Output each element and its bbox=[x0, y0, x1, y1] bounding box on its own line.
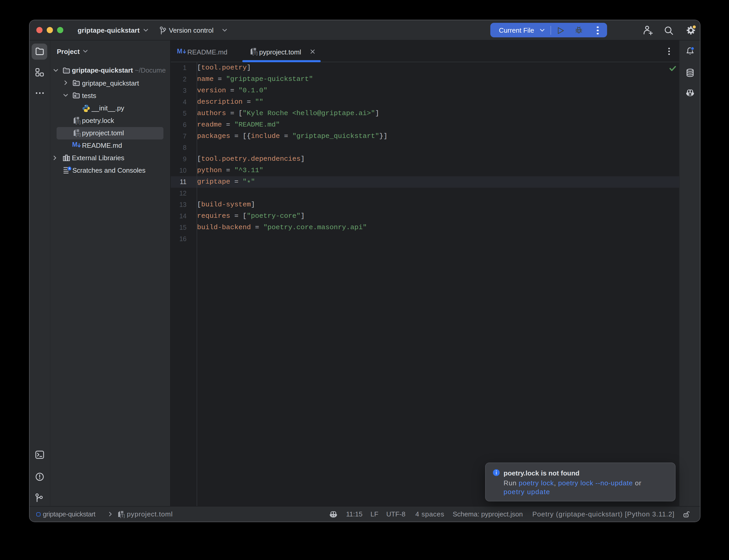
svg-text:[T]: [T] bbox=[120, 514, 124, 518]
svg-text:[T]: [T] bbox=[75, 120, 80, 124]
svg-text:[T]: [T] bbox=[252, 51, 257, 55]
svg-text:[T]: [T] bbox=[75, 132, 80, 137]
